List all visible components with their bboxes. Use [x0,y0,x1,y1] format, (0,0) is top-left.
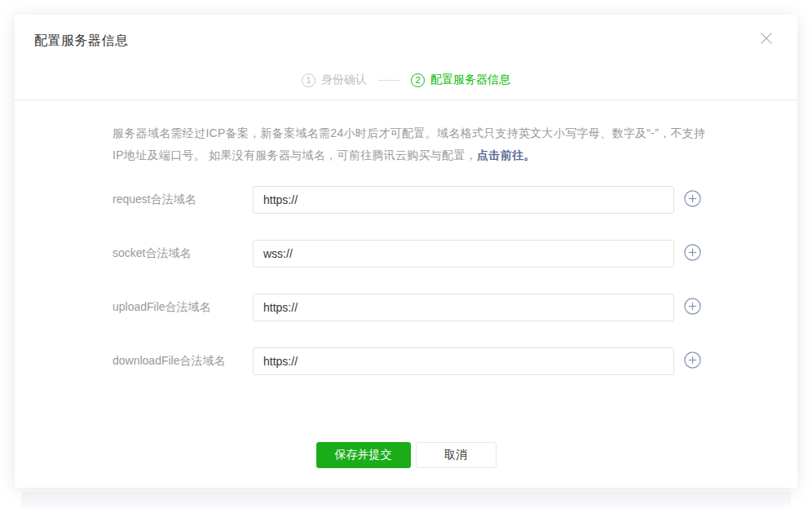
dialog-actions: 保存并提交 取消 [15,442,797,468]
form-row-uploadfile-domain: uploadFile合法域名 [113,294,708,321]
request-domain-label: request合法域名 [113,192,253,207]
add-uploadfile-domain-button[interactable] [683,299,701,316]
add-circle-icon [684,244,701,263]
add-downloadfile-domain-button[interactable] [683,352,701,370]
save-and-submit-button[interactable]: 保存并提交 [316,442,411,468]
add-circle-icon [684,352,701,371]
uploadfile-domain-label: uploadFile合法域名 [113,300,253,315]
add-request-domain-button[interactable] [683,191,701,209]
downloadfile-domain-input[interactable] [253,347,674,375]
step-2-circle: 2 [411,73,425,87]
close-button[interactable] [755,28,778,51]
add-circle-icon [684,298,701,317]
add-socket-domain-button[interactable] [683,245,701,263]
socket-domain-label: socket合法域名 [113,246,253,261]
request-domain-input[interactable] [253,186,674,214]
go-to-tencent-cloud-link[interactable]: 点击前往。 [477,148,536,161]
socket-domain-input[interactable] [253,240,674,268]
dialog-title: 配置服务器信息 [34,33,129,50]
step-1-circle: 1 [302,73,316,87]
add-circle-icon [684,190,701,210]
downloadfile-domain-label: downloadFile合法域名 [113,354,253,369]
step-identity-confirm: 1 身份确认 [302,73,367,87]
domain-notice: 服务器域名需经过ICP备案，新备案域名需24小时后才可配置。域名格式只支持英文大… [113,101,708,166]
form-row-socket-domain: socket合法域名 [113,240,708,268]
step-configure-server: 2 配置服务器信息 [411,73,510,87]
step-connector [378,80,399,81]
step-1-label: 身份确认 [321,73,367,87]
form-row-request-domain: request合法域名 [113,186,708,214]
background-panel [21,492,791,508]
form-row-downloadfile-domain: downloadFile合法域名 [113,347,708,375]
domain-notice-text: 服务器域名需经过ICP备案，新备案域名需24小时后才可配置。域名格式只支持英文大… [113,126,705,161]
dialog-body: 服务器域名需经过ICP备案，新备案域名需24小时后才可配置。域名格式只支持英文大… [113,101,708,375]
wizard-stepper: 1 身份确认 2 配置服务器信息 [15,72,797,88]
uploadfile-domain-input[interactable] [253,294,674,321]
step-2-label: 配置服务器信息 [430,73,510,87]
dialog-header: 配置服务器信息 1 身份确认 2 配置服务器信息 [15,15,797,100]
close-icon [759,31,774,48]
configure-server-dialog: 配置服务器信息 1 身份确认 2 配置服务器信息 服务器域名需经过ICP备案，新… [15,15,797,488]
cancel-button[interactable]: 取消 [416,442,496,468]
